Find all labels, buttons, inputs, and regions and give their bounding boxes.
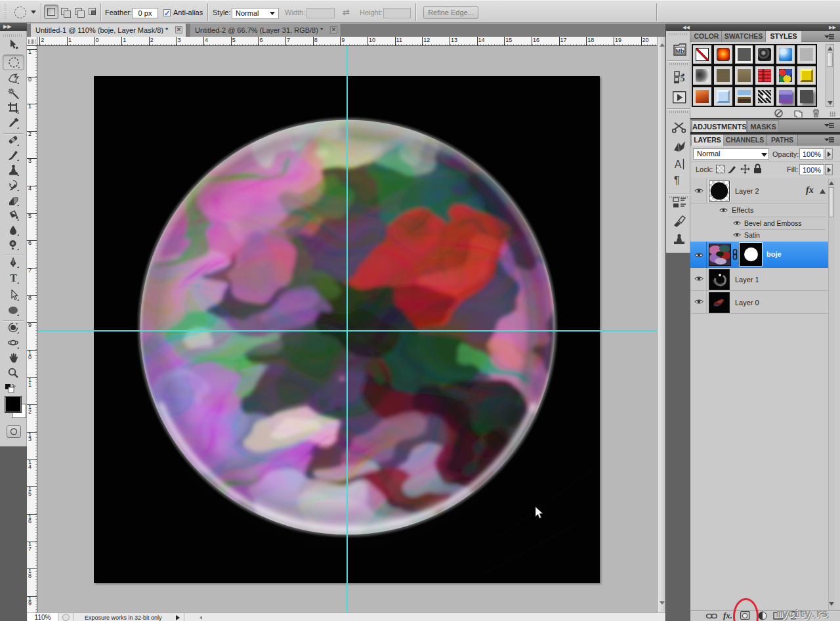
svg-text:A: A — [675, 159, 682, 170]
svg-text:5: 5 — [681, 74, 685, 83]
svg-text:Mb: Mb — [676, 48, 684, 54]
svg-text:T: T — [10, 272, 17, 284]
